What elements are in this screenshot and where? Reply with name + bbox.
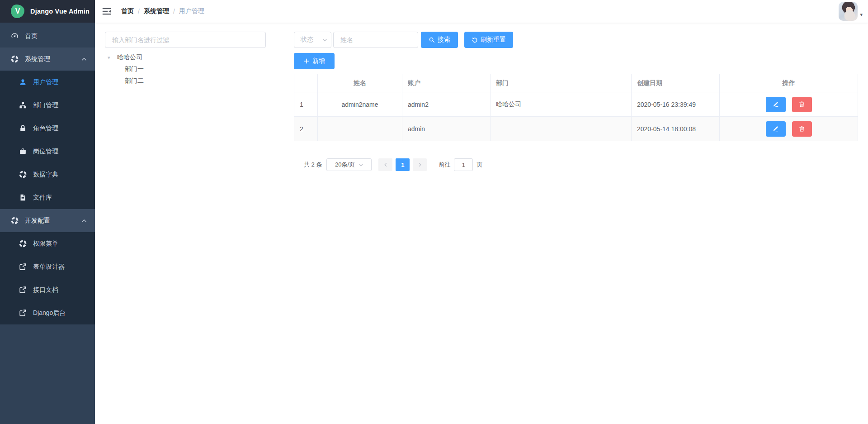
col-actions: 操作 [720, 74, 858, 92]
app-root: V Django Vue Admin 首页 系统管理 用户管理 部门管理 [0, 0, 868, 424]
user-avatar[interactable] [839, 2, 858, 21]
col-index [294, 74, 318, 92]
page-content: ▾ 哈哈公司 部门一 部门二 状态 [95, 23, 868, 171]
edit-button[interactable] [766, 97, 786, 112]
external-link-icon [19, 286, 27, 294]
external-link-icon [19, 263, 27, 271]
main-area: 首页 / 系统管理 / 用户管理 ▾ ▾ 哈哈公司 [95, 0, 868, 424]
sidebar-item-form-designer[interactable]: 表单设计器 [0, 255, 95, 278]
pagination: 共 2 条 20条/页 1 前往 页 [294, 158, 858, 171]
users-table: 姓名 账户 部门 创建日期 操作 1 admin2name admin2 哈哈公 [294, 74, 858, 141]
chevron-down-icon [359, 162, 363, 167]
breadcrumb-separator: / [173, 8, 175, 15]
app-title: Django Vue Admin [30, 8, 90, 15]
navbar-right: ▾ [839, 2, 863, 21]
component-icon [11, 55, 19, 63]
tree-node-label: 哈哈公司 [117, 53, 142, 62]
caret-down-icon[interactable]: ▾ [108, 55, 114, 61]
cell-department: 哈哈公司 [491, 92, 632, 117]
status-select-value: 状态 [301, 36, 322, 44]
page-unit-label: 页 [476, 161, 482, 169]
table-row: 2 admin 2020-05-14 18:00:08 [294, 117, 858, 141]
user-icon [19, 78, 27, 86]
component-icon [19, 240, 27, 248]
tree-node-company[interactable]: ▾ 哈哈公司 [105, 52, 266, 63]
edit-icon [772, 125, 779, 132]
search-toolbar: 状态 搜索 刷新重置 [294, 32, 858, 48]
refresh-reset-button[interactable]: 刷新重置 [464, 32, 513, 48]
edit-button[interactable] [766, 121, 786, 137]
sidebar-item-positions[interactable]: 岗位管理 [0, 140, 95, 163]
briefcase-icon [19, 148, 27, 155]
goto-label: 前往 [439, 161, 450, 169]
sidebar-group-system[interactable]: 系统管理 [0, 48, 95, 71]
breadcrumb: 首页 / 系统管理 / 用户管理 [121, 7, 204, 15]
sidebar-item-departments[interactable]: 部门管理 [0, 94, 95, 117]
sidebar-group-devconfig[interactable]: 开发配置 [0, 209, 95, 232]
tree-icon [19, 101, 27, 109]
trash-icon [798, 101, 805, 108]
breadcrumb-separator: / [138, 8, 140, 15]
sidebar-collapse-button[interactable] [102, 6, 112, 16]
component-icon [11, 217, 19, 224]
tree-node-dept-2[interactable]: 部门二 [105, 75, 266, 87]
prev-page-button[interactable] [378, 158, 392, 171]
hamburger-icon [102, 6, 112, 16]
sidebar-item-dictionary[interactable]: 数据字典 [0, 163, 95, 186]
status-select[interactable]: 状态 [294, 32, 331, 48]
sidebar-item-home[interactable]: 首页 [0, 24, 95, 48]
cell-account: admin [402, 117, 491, 141]
add-user-button[interactable]: 新增 [294, 53, 335, 69]
delete-button[interactable] [792, 97, 812, 112]
cell-index: 2 [294, 117, 318, 141]
col-name: 姓名 [318, 74, 402, 92]
component-icon [19, 171, 27, 178]
cell-created: 2020-05-16 23:39:49 [632, 92, 720, 117]
sidebar-item-permission-menu[interactable]: 权限菜单 [0, 232, 95, 255]
breadcrumb-item-home[interactable]: 首页 [121, 7, 134, 15]
search-button[interactable]: 搜索 [421, 32, 458, 48]
tree-node-label: 部门一 [125, 65, 144, 73]
navbar: 首页 / 系统管理 / 用户管理 ▾ [95, 0, 868, 23]
lock-icon [19, 124, 27, 132]
breadcrumb-item-current: 用户管理 [179, 7, 204, 15]
cell-department [491, 117, 632, 141]
col-account: 账户 [402, 74, 491, 92]
sidebar-item-roles[interactable]: 角色管理 [0, 117, 95, 140]
user-panel: 状态 搜索 刷新重置 新增 [294, 32, 858, 171]
chevron-right-icon [418, 162, 422, 167]
page-size-select[interactable]: 20条/页 [326, 158, 372, 171]
cell-created: 2020-05-14 18:00:08 [632, 117, 720, 141]
app-logo[interactable]: V Django Vue Admin [0, 0, 95, 23]
pagination-total: 共 2 条 [304, 161, 322, 169]
caret-down-icon[interactable]: ▾ [860, 12, 863, 18]
sidebar-item-users[interactable]: 用户管理 [0, 71, 95, 94]
cell-actions [720, 92, 858, 117]
next-page-button[interactable] [413, 158, 427, 171]
delete-button[interactable] [792, 121, 812, 137]
cell-account: admin2 [402, 92, 491, 117]
tree-node-dept-1[interactable]: 部门一 [105, 63, 266, 75]
sidebar-item-django-admin[interactable]: Django后台 [0, 301, 95, 324]
table-row: 1 admin2name admin2 哈哈公司 2020-05-16 23:3… [294, 92, 858, 117]
sidebar: V Django Vue Admin 首页 系统管理 用户管理 部门管理 [0, 0, 95, 424]
cell-actions [720, 117, 858, 141]
edit-icon [772, 101, 779, 108]
chevron-left-icon [383, 162, 388, 167]
dept-filter-input[interactable] [105, 32, 266, 48]
sidebar-menu: 首页 系统管理 用户管理 部门管理 角色管理 岗位管理 [0, 23, 95, 324]
goto-page-input[interactable] [454, 158, 473, 171]
page-number-1[interactable]: 1 [396, 158, 410, 171]
cell-name: admin2name [318, 92, 402, 117]
chevron-up-icon [81, 57, 87, 62]
external-link-icon [19, 309, 27, 317]
name-search-input[interactable] [333, 32, 418, 48]
sidebar-item-api-docs[interactable]: 接口文档 [0, 278, 95, 301]
cell-index: 1 [294, 92, 318, 117]
document-icon [19, 194, 27, 201]
dashboard-icon [11, 32, 19, 40]
sidebar-item-files[interactable]: 文件库 [0, 186, 95, 209]
breadcrumb-item-system[interactable]: 系统管理 [144, 7, 169, 15]
refresh-icon [472, 37, 478, 43]
page-size-value: 20条/页 [335, 161, 355, 169]
